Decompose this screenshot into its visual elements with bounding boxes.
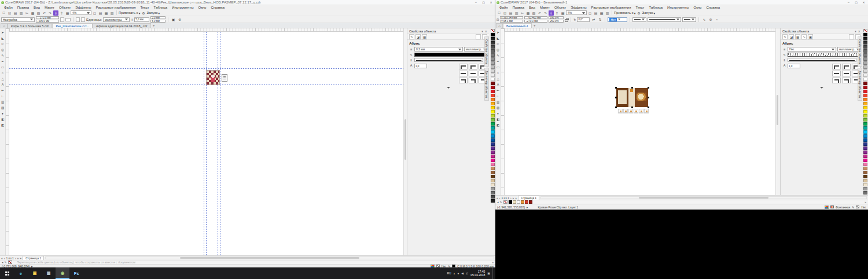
outline-width-combo[interactable]: Нет <box>608 17 627 22</box>
palette-swatch[interactable] <box>863 57 867 61</box>
palette-swatch[interactable] <box>863 167 867 170</box>
menu-item[interactable]: Инструменты <box>665 5 691 10</box>
hidden-icons-chevron[interactable]: ▴ <box>454 271 455 275</box>
palette-swatch[interactable] <box>491 61 495 65</box>
save-icon[interactable]: ▤ <box>508 10 513 16</box>
selection-handle[interactable] <box>615 107 617 108</box>
menu-item[interactable]: Вид <box>31 5 42 10</box>
scrollbar-thumb[interactable] <box>777 95 778 125</box>
docker-pin-icon[interactable]: ▾ <box>855 30 856 33</box>
first-page-button[interactable]: « <box>496 196 498 200</box>
save-icon[interactable]: ▤ <box>13 10 18 16</box>
object-y-field[interactable]: y:98,1 мм <box>500 20 523 23</box>
scrollbar-thumb[interactable] <box>639 197 769 199</box>
selection-handle[interactable] <box>631 87 633 89</box>
palette-swatch[interactable] <box>491 49 495 53</box>
lock-ratio-icon[interactable] <box>565 19 568 22</box>
palette-swatch[interactable] <box>491 155 495 158</box>
dimension-tool[interactable]: ⇤ <box>495 87 501 93</box>
cut-icon[interactable]: ✂ <box>24 10 30 16</box>
arrow-position-button[interactable] <box>842 78 851 83</box>
next-page-button[interactable]: › <box>510 196 512 200</box>
transparency-tool[interactable]: ▨ <box>0 105 5 110</box>
outline-section-tab[interactable]: ✎ <box>782 34 788 39</box>
menu-item[interactable]: Растровые изображения <box>589 5 634 10</box>
page-tab[interactable]: Страница 1 <box>518 196 539 200</box>
interactive-fill-tool[interactable]: ◧ <box>0 116 5 122</box>
next-page-button[interactable]: › <box>15 256 16 260</box>
page-size-preset-combo[interactable]: Настройка <box>1 17 35 22</box>
pick-tool[interactable]: ➤ <box>495 30 501 35</box>
show-rulers-icon[interactable]: ▤ <box>593 10 598 16</box>
palette-swatch[interactable] <box>491 163 495 166</box>
menu-item[interactable]: Таблица <box>647 5 665 10</box>
selection-handle[interactable] <box>648 87 649 89</box>
ellipse-tool[interactable]: ○ <box>495 70 501 75</box>
palette-swatch[interactable] <box>491 74 495 77</box>
minimize-button[interactable]: – <box>845 0 852 5</box>
menu-item[interactable]: Файл <box>2 5 15 10</box>
palette-swatch[interactable] <box>863 41 867 45</box>
selection-handle[interactable] <box>615 87 617 89</box>
fill-section-tab[interactable]: ◪ <box>789 34 794 39</box>
palette-swatch[interactable] <box>863 138 867 142</box>
last-page-button[interactable]: » <box>513 196 514 200</box>
palette-swatch[interactable] <box>491 45 495 49</box>
palette-swatch[interactable] <box>491 179 495 182</box>
horizontal-ruler[interactable] <box>505 28 775 32</box>
menu-item[interactable]: Справка <box>208 5 227 10</box>
launch-dropdown[interactable]: Запуск▾ <box>147 11 160 15</box>
taskbar-clock[interactable]: 17:45 05.04.2018 <box>470 270 485 277</box>
pick-tool[interactable]: ➤ <box>0 30 5 35</box>
fullscreen-preview-icon[interactable]: ◻ <box>587 10 593 16</box>
palette-swatch[interactable] <box>863 74 867 77</box>
menu-item[interactable]: Правка <box>510 5 527 10</box>
menu-item[interactable]: Таблица <box>152 5 170 10</box>
polygon-tool[interactable]: △ <box>0 76 5 81</box>
corner-style-button[interactable] <box>842 64 851 69</box>
duplicate-x-field[interactable]: 5,0 мм <box>150 16 165 19</box>
outline-units-combo[interactable]: миллиметр... <box>837 47 860 52</box>
menu-item[interactable]: Окно <box>691 5 704 10</box>
maximize-button[interactable]: ▢ <box>480 0 487 5</box>
palette-swatch[interactable] <box>491 110 495 113</box>
palette-swatch[interactable] <box>491 191 495 194</box>
new-document-tab-button[interactable]: + <box>151 23 157 28</box>
corner-style-button[interactable] <box>459 64 468 69</box>
object-height-field[interactable]: ↕270,0 мм <box>524 20 547 23</box>
last-page-button[interactable]: » <box>17 256 19 260</box>
document-tab[interactable]: Безымянный-1 <box>503 23 532 28</box>
vertical-guideline[interactable] <box>220 32 220 255</box>
connector-tool[interactable]: ∟ <box>0 93 5 98</box>
palette-swatch[interactable] <box>491 106 495 109</box>
polygon-tool[interactable]: △ <box>495 76 501 81</box>
palette-swatch[interactable] <box>863 33 867 36</box>
transparency-tool[interactable]: ▨ <box>495 105 501 110</box>
redo-icon[interactable]: ↷ <box>47 10 53 16</box>
end-arrowhead-combo[interactable] <box>682 17 696 22</box>
document-tab[interactable]: Кофе 3 в 1 большая 5.cdr <box>8 23 52 28</box>
menu-item[interactable]: Правка <box>15 5 31 10</box>
palette-swatch[interactable] <box>863 49 867 53</box>
document-tab[interactable]: Рек_Шампанское с<г... <box>52 23 93 28</box>
ie-taskbar-icon[interactable]: e <box>14 267 28 279</box>
photoshop-taskbar-icon[interactable]: Ps <box>69 267 83 279</box>
paste-icon[interactable]: ▧ <box>531 10 536 16</box>
start-button[interactable] <box>0 267 14 279</box>
all-pages-size-button[interactable] <box>81 17 85 22</box>
corner-style-button[interactable] <box>832 64 841 69</box>
crop-tool[interactable]: ✂ <box>0 41 5 46</box>
arrow-position-button[interactable] <box>459 78 468 83</box>
docker-side-tab[interactable]: Свойства объекта <box>858 36 862 67</box>
menu-item[interactable]: Объект <box>552 5 568 10</box>
rotation-angle-field[interactable]: 0,0° <box>577 17 590 22</box>
cap-style-button[interactable] <box>459 71 468 76</box>
palette-swatch[interactable] <box>863 122 867 126</box>
palette-swatch[interactable] <box>863 114 867 118</box>
outline-units-combo[interactable]: миллиметр... <box>464 47 487 52</box>
copy-icon[interactable]: ▩ <box>525 10 531 16</box>
vertical-guideline[interactable] <box>206 32 207 255</box>
import-icon[interactable]: ⇩ <box>53 10 58 16</box>
palette-swatch[interactable] <box>491 183 495 186</box>
preview-tile[interactable] <box>639 109 643 113</box>
